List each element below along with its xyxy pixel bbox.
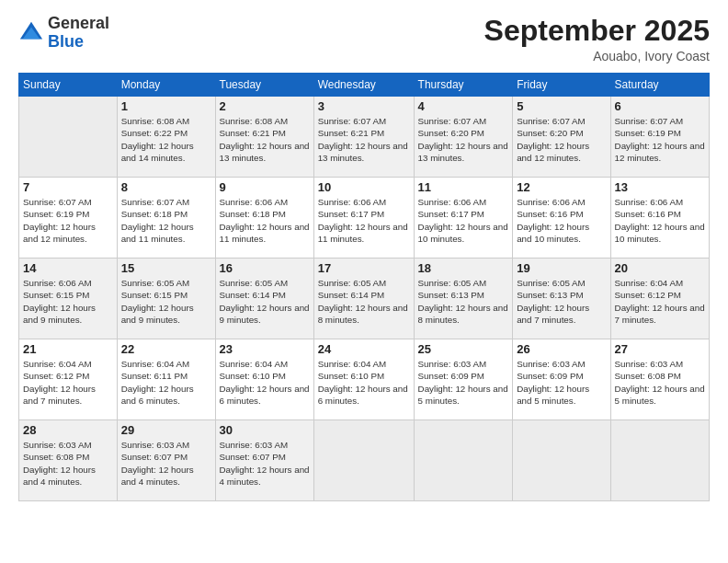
calendar-cell: 10Sunrise: 6:06 AM Sunset: 6:17 PM Dayli… [313,178,414,259]
day-number: 14 [23,261,113,275]
calendar-week-row: 21Sunrise: 6:04 AM Sunset: 6:12 PM Dayli… [19,339,710,420]
calendar-cell: 9Sunrise: 6:06 AM Sunset: 6:18 PM Daylig… [215,178,313,259]
calendar-week-row: 14Sunrise: 6:06 AM Sunset: 6:15 PM Dayli… [19,259,710,339]
day-detail: Sunrise: 6:03 AM Sunset: 6:08 PM Dayligh… [615,358,705,407]
day-number: 22 [121,342,211,356]
calendar-cell: 26Sunrise: 6:03 AM Sunset: 6:09 PM Dayli… [513,339,610,420]
day-detail: Sunrise: 6:07 AM Sunset: 6:19 PM Dayligh… [615,115,705,164]
day-number: 2 [220,99,310,113]
calendar-cell: 14Sunrise: 6:06 AM Sunset: 6:15 PM Dayli… [19,259,118,339]
day-detail: Sunrise: 6:04 AM Sunset: 6:11 PM Dayligh… [121,358,211,407]
day-detail: Sunrise: 6:08 AM Sunset: 6:22 PM Dayligh… [121,115,211,164]
day-number: 29 [121,423,211,437]
calendar-cell: 3Sunrise: 6:07 AM Sunset: 6:21 PM Daylig… [313,97,414,178]
day-detail: Sunrise: 6:04 AM Sunset: 6:10 PM Dayligh… [220,358,310,407]
month-title: September 2025 [484,15,710,47]
day-number: 4 [418,99,509,113]
day-detail: Sunrise: 6:03 AM Sunset: 6:09 PM Dayligh… [418,358,509,407]
title-section: September 2025 Aouabo, Ivory Coast [484,15,710,63]
calendar-cell: 13Sunrise: 6:06 AM Sunset: 6:16 PM Dayli… [610,178,709,259]
calendar-cell: 4Sunrise: 6:07 AM Sunset: 6:20 PM Daylig… [414,97,513,178]
day-number: 7 [23,180,113,194]
day-detail: Sunrise: 6:07 AM Sunset: 6:19 PM Dayligh… [23,196,113,245]
day-number: 24 [318,342,410,356]
logo-blue-text: Blue [48,32,84,51]
day-detail: Sunrise: 6:06 AM Sunset: 6:15 PM Dayligh… [23,277,113,326]
calendar-cell [414,420,513,501]
header-friday: Friday [513,74,610,97]
day-detail: Sunrise: 6:07 AM Sunset: 6:21 PM Dayligh… [318,115,410,164]
day-number: 3 [318,99,410,113]
logo-general-text: General [48,14,109,32]
calendar-cell: 24Sunrise: 6:04 AM Sunset: 6:10 PM Dayli… [313,339,414,420]
calendar-cell [19,97,118,178]
day-detail: Sunrise: 6:06 AM Sunset: 6:18 PM Dayligh… [220,196,310,245]
day-number: 19 [517,261,606,275]
day-number: 15 [121,261,211,275]
calendar-cell: 28Sunrise: 6:03 AM Sunset: 6:08 PM Dayli… [19,420,118,501]
day-detail: Sunrise: 6:07 AM Sunset: 6:20 PM Dayligh… [517,115,606,164]
calendar-cell: 1Sunrise: 6:08 AM Sunset: 6:22 PM Daylig… [117,97,215,178]
logo: General Blue [18,15,109,52]
day-number: 13 [615,180,705,194]
day-detail: Sunrise: 6:06 AM Sunset: 6:17 PM Dayligh… [318,196,410,245]
day-number: 11 [418,180,509,194]
day-number: 6 [615,99,705,113]
calendar-cell: 20Sunrise: 6:04 AM Sunset: 6:12 PM Dayli… [610,259,709,339]
day-detail: Sunrise: 6:03 AM Sunset: 6:07 PM Dayligh… [220,439,310,488]
calendar-cell: 7Sunrise: 6:07 AM Sunset: 6:19 PM Daylig… [19,178,118,259]
calendar-cell: 27Sunrise: 6:03 AM Sunset: 6:08 PM Dayli… [610,339,709,420]
logo-icon [18,20,44,46]
header-monday: Monday [117,74,215,97]
calendar-cell: 25Sunrise: 6:03 AM Sunset: 6:09 PM Dayli… [414,339,513,420]
day-number: 9 [220,180,310,194]
day-detail: Sunrise: 6:05 AM Sunset: 6:13 PM Dayligh… [517,277,606,326]
calendar-week-row: 28Sunrise: 6:03 AM Sunset: 6:08 PM Dayli… [19,420,710,501]
day-detail: Sunrise: 6:05 AM Sunset: 6:14 PM Dayligh… [220,277,310,326]
day-number: 21 [23,342,113,356]
calendar-cell: 2Sunrise: 6:08 AM Sunset: 6:21 PM Daylig… [215,97,313,178]
calendar-cell: 23Sunrise: 6:04 AM Sunset: 6:10 PM Dayli… [215,339,313,420]
day-detail: Sunrise: 6:06 AM Sunset: 6:16 PM Dayligh… [517,196,606,245]
day-detail: Sunrise: 6:04 AM Sunset: 6:12 PM Dayligh… [23,358,113,407]
day-detail: Sunrise: 6:05 AM Sunset: 6:15 PM Dayligh… [121,277,211,326]
header-saturday: Saturday [610,74,709,97]
header-tuesday: Tuesday [215,74,313,97]
calendar-cell: 18Sunrise: 6:05 AM Sunset: 6:13 PM Dayli… [414,259,513,339]
calendar-week-row: 7Sunrise: 6:07 AM Sunset: 6:19 PM Daylig… [19,178,710,259]
day-detail: Sunrise: 6:06 AM Sunset: 6:17 PM Dayligh… [418,196,509,245]
page: General Blue September 2025 Aouabo, Ivor… [0,0,728,563]
weekday-header-row: Sunday Monday Tuesday Wednesday Thursday… [19,74,710,97]
day-number: 1 [121,99,211,113]
calendar-cell: 29Sunrise: 6:03 AM Sunset: 6:07 PM Dayli… [117,420,215,501]
calendar-table: Sunday Monday Tuesday Wednesday Thursday… [18,73,710,501]
day-detail: Sunrise: 6:03 AM Sunset: 6:09 PM Dayligh… [517,358,606,407]
calendar-cell: 6Sunrise: 6:07 AM Sunset: 6:19 PM Daylig… [610,97,709,178]
day-detail: Sunrise: 6:06 AM Sunset: 6:16 PM Dayligh… [615,196,705,245]
calendar-cell: 17Sunrise: 6:05 AM Sunset: 6:14 PM Dayli… [313,259,414,339]
calendar-cell [313,420,414,501]
day-number: 8 [121,180,211,194]
day-number: 16 [220,261,310,275]
day-detail: Sunrise: 6:05 AM Sunset: 6:14 PM Dayligh… [318,277,410,326]
calendar-cell: 16Sunrise: 6:05 AM Sunset: 6:14 PM Dayli… [215,259,313,339]
day-number: 26 [517,342,606,356]
day-number: 20 [615,261,705,275]
header-sunday: Sunday [19,74,118,97]
day-number: 25 [418,342,509,356]
calendar-cell: 11Sunrise: 6:06 AM Sunset: 6:17 PM Dayli… [414,178,513,259]
day-number: 10 [318,180,410,194]
calendar-cell [610,420,709,501]
calendar-cell: 22Sunrise: 6:04 AM Sunset: 6:11 PM Dayli… [117,339,215,420]
header-thursday: Thursday [414,74,513,97]
location: Aouabo, Ivory Coast [484,49,710,63]
calendar-cell: 15Sunrise: 6:05 AM Sunset: 6:15 PM Dayli… [117,259,215,339]
day-number: 23 [220,342,310,356]
header: General Blue September 2025 Aouabo, Ivor… [18,15,710,63]
day-detail: Sunrise: 6:07 AM Sunset: 6:20 PM Dayligh… [418,115,509,164]
day-number: 30 [220,423,310,437]
day-detail: Sunrise: 6:03 AM Sunset: 6:07 PM Dayligh… [121,439,211,488]
day-number: 28 [23,423,113,437]
day-detail: Sunrise: 6:05 AM Sunset: 6:13 PM Dayligh… [418,277,509,326]
calendar-cell: 30Sunrise: 6:03 AM Sunset: 6:07 PM Dayli… [215,420,313,501]
